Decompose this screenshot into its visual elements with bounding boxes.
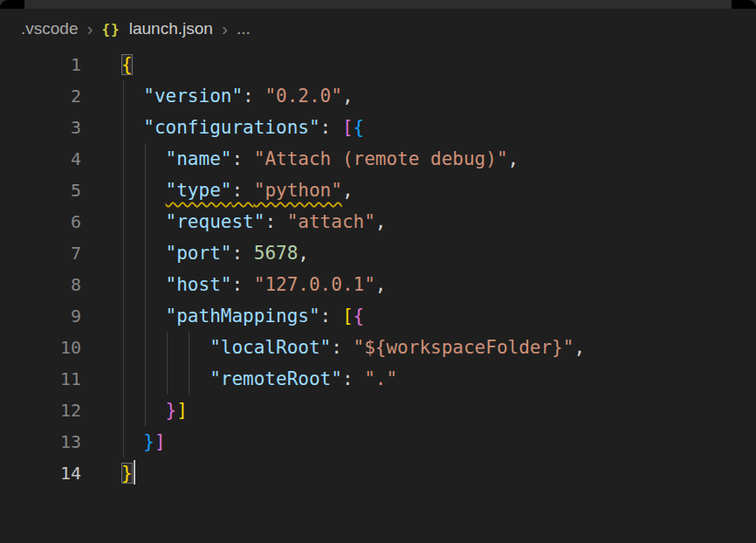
code-token: "version" xyxy=(143,86,243,107)
chevron-right-icon: › xyxy=(222,19,228,38)
code-token: [ xyxy=(342,306,354,326)
code-token: : xyxy=(320,306,342,326)
code-text: }] xyxy=(121,395,188,426)
code-token xyxy=(121,86,143,107)
code-token: { xyxy=(354,306,365,326)
line-number[interactable]: 5 xyxy=(0,175,81,206)
code-token: "python" xyxy=(254,180,342,201)
code-editor[interactable]: 1{2 "version": "0.2.0",3 "configurations… xyxy=(0,49,756,489)
line-number[interactable]: 12 xyxy=(0,395,81,426)
code-line[interactable]: 12 }] xyxy=(0,395,756,426)
line-number[interactable]: 3 xyxy=(0,112,81,143)
code-token xyxy=(121,368,210,389)
code-token xyxy=(121,400,166,421)
code-line[interactable]: 7 "port": 5678, xyxy=(0,237,756,269)
code-token: "request" xyxy=(166,211,265,232)
code-text: "remoteRoot": "." xyxy=(121,363,397,395)
code-token: , xyxy=(375,274,387,295)
code-line[interactable]: 9 "pathMappings": [{ xyxy=(0,300,756,332)
code-token xyxy=(121,180,166,201)
line-number[interactable]: 6 xyxy=(0,206,81,237)
code-token: "port" xyxy=(166,243,232,264)
json-braces-icon: {} xyxy=(101,21,120,38)
window-top-bar xyxy=(0,0,756,9)
code-token: "." xyxy=(364,368,397,389)
code-token: ] xyxy=(155,431,166,452)
code-token: "Attach (remote debug)" xyxy=(254,148,508,169)
code-text: "port": 5678, xyxy=(121,237,309,269)
line-number[interactable]: 4 xyxy=(0,143,81,175)
code-token: ] xyxy=(176,400,188,421)
code-line[interactable]: 11 "remoteRoot": "." xyxy=(0,363,756,395)
code-token: : xyxy=(231,148,253,169)
code-line[interactable]: 4 "name": "Attach (remote debug)", xyxy=(0,143,756,175)
text-cursor xyxy=(134,460,135,485)
code-text: "host": "127.0.0.1", xyxy=(121,269,386,300)
code-line[interactable]: 14} xyxy=(0,457,756,489)
code-token: : xyxy=(231,180,253,201)
line-number[interactable]: 14 xyxy=(0,457,81,489)
code-text: "pathMappings": [{ xyxy=(121,300,364,332)
code-line[interactable]: 5 "type": "python", xyxy=(0,175,756,206)
code-token xyxy=(121,337,210,358)
code-text: "type": "python", xyxy=(121,175,354,206)
code-token: "name" xyxy=(166,148,232,169)
code-text: "request": "attach", xyxy=(121,206,386,237)
code-token: : xyxy=(320,117,342,138)
code-token: "attach" xyxy=(287,211,375,232)
line-number[interactable]: 11 xyxy=(0,363,81,395)
line-number[interactable]: 10 xyxy=(0,332,81,363)
window-corner-left xyxy=(0,0,24,9)
code-token: "localRoot" xyxy=(210,337,331,358)
code-token: [ xyxy=(342,117,354,138)
line-number[interactable]: 1 xyxy=(0,49,81,80)
code-token xyxy=(121,148,166,169)
code-token: "${workspaceFolder}" xyxy=(354,337,574,358)
code-text: "localRoot": "${workspaceFolder}", xyxy=(121,332,585,363)
line-number[interactable]: 7 xyxy=(0,237,81,269)
line-number[interactable]: 13 xyxy=(0,426,81,457)
code-token: "127.0.0.1" xyxy=(254,274,375,295)
code-line[interactable]: 2 "version": "0.2.0", xyxy=(0,80,756,112)
breadcrumb-symbol-ellipsis[interactable]: ... xyxy=(237,19,251,38)
chevron-right-icon: › xyxy=(86,19,93,38)
line-number[interactable]: 2 xyxy=(0,80,81,112)
line-number[interactable]: 8 xyxy=(0,269,81,300)
code-line[interactable]: 3 "configurations": [{ xyxy=(0,112,756,143)
code-text: "configurations": [{ xyxy=(121,112,364,143)
code-line[interactable]: 6 "request": "attach", xyxy=(0,206,756,237)
code-text: "version": "0.2.0", xyxy=(121,80,354,112)
code-line[interactable]: 1{ xyxy=(0,49,756,80)
code-token: } xyxy=(121,463,133,484)
breadcrumb-file[interactable]: launch.json xyxy=(129,19,213,38)
code-token: "configurations" xyxy=(143,117,320,138)
code-token: 5678 xyxy=(254,243,299,264)
code-line[interactable]: 8 "host": "127.0.0.1", xyxy=(0,269,756,300)
code-token: : xyxy=(243,86,265,107)
code-token: } xyxy=(166,400,177,421)
code-token: , xyxy=(298,243,309,264)
code-token: "pathMappings" xyxy=(166,306,320,326)
code-token xyxy=(121,243,166,264)
code-token: , xyxy=(375,211,387,232)
code-token xyxy=(121,117,143,138)
code-token: , xyxy=(342,180,354,201)
code-line[interactable]: 10 "localRoot": "${workspaceFolder}", xyxy=(0,332,756,363)
code-token xyxy=(121,306,166,326)
code-text: }] xyxy=(121,426,166,457)
code-token: : xyxy=(342,368,364,389)
code-line[interactable]: 13 }] xyxy=(0,426,756,457)
code-token: "0.2.0" xyxy=(265,86,342,107)
code-token: { xyxy=(354,117,365,138)
code-token: { xyxy=(121,54,133,75)
line-number[interactable]: 9 xyxy=(0,300,81,332)
code-token: : xyxy=(231,243,253,264)
breadcrumb-folder[interactable]: .vscode xyxy=(21,19,78,38)
code-token: : xyxy=(331,337,353,358)
window-corner-right xyxy=(732,0,756,9)
code-token: "type" xyxy=(166,180,232,201)
code-token: , xyxy=(574,337,585,358)
code-token xyxy=(121,274,166,295)
code-text: "name": "Attach (remote debug)", xyxy=(121,143,519,175)
code-text: } xyxy=(121,457,135,489)
